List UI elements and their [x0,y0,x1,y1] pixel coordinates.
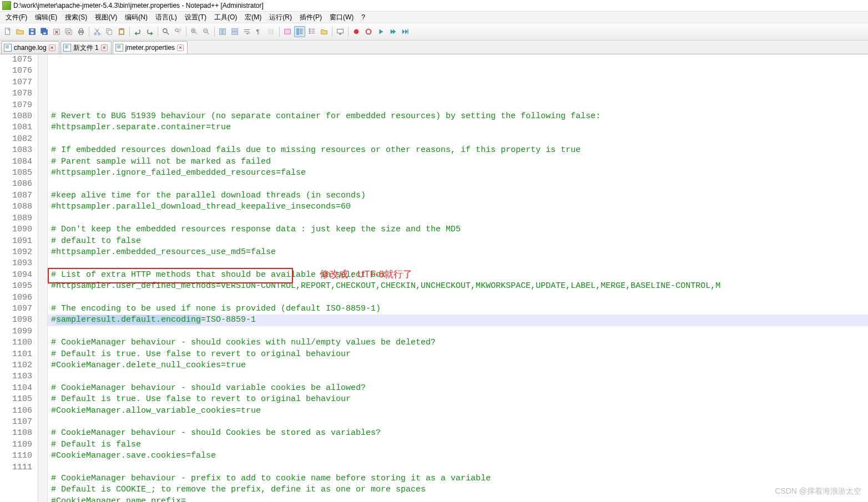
code-line[interactable]: # The encoding to be used if none is pro… [51,303,868,315]
code-line[interactable]: #httpsampler.separate.container=true [51,122,868,133]
close-icon[interactable] [51,26,62,37]
svg-rect-3 [31,29,33,31]
close-all-icon[interactable] [63,26,74,37]
menu-item[interactable]: 工具(O) [211,12,240,23]
code-line[interactable]: # CookieManager behaviour - prefix to ad… [51,473,868,484]
indent-guide-icon[interactable] [266,26,277,37]
code-line[interactable]: # Don't keep the embedded resources resp… [51,224,868,235]
code-line[interactable] [51,258,868,269]
stop-record-icon[interactable] [363,26,374,37]
code-line[interactable] [51,417,868,428]
code-line[interactable] [51,326,868,337]
code-line[interactable]: #CookieManager.name.prefix= [51,496,868,502]
svg-rect-24 [220,29,222,35]
title-bar: D:\work\jmeter\apache-jmeter-5.4.3\bin\j… [0,0,868,11]
document-tab[interactable]: 新文件 1× [60,41,112,54]
menu-bar: 文件(F)编辑(E)搜索(S)视图(V)编码(N)语言(L)设置(T)工具(O)… [0,11,868,23]
code-line[interactable]: # Default is COOKIE_; to remove the pref… [51,484,868,495]
code-line[interactable] [51,292,868,303]
new-file-icon[interactable] [2,26,13,37]
code-line[interactable]: #httpsampler.embedded_resources_use_md5=… [51,247,868,258]
editor-area[interactable]: 1075107610771078107910801081108210831084… [0,54,868,502]
svg-rect-29 [285,29,291,34]
play-icon[interactable] [375,26,386,37]
menu-item[interactable]: 宏(M) [241,12,265,23]
fast-forward-icon[interactable] [400,26,411,37]
code-line[interactable]: # Default is true. Use false to revert t… [51,349,868,360]
menu-item[interactable]: 视图(V) [92,12,120,23]
document-tab[interactable]: jmeter.properties× [113,41,188,54]
print-icon[interactable] [75,26,87,37]
code-line[interactable]: #CookieManager.save.cookies=false [51,450,868,462]
copy-icon[interactable] [104,26,115,37]
tab-close-icon[interactable]: × [49,44,55,51]
undo-icon[interactable] [132,26,143,37]
menu-item[interactable]: 文件(F) [2,12,31,23]
code-line[interactable]: #keep alive time for the parallel downlo… [51,190,868,201]
wrap-icon[interactable] [241,26,253,37]
sync-h-icon[interactable] [229,26,240,37]
code-line[interactable]: #httpsampler.parallel_download_thread_ke… [51,201,868,212]
tab-close-icon[interactable]: × [177,44,184,51]
code-line[interactable] [51,134,868,145]
show-chars-icon[interactable]: ¶ [254,26,265,37]
menu-item[interactable]: 插件(P) [296,12,325,23]
svg-rect-30 [297,29,299,35]
menu-item[interactable]: 设置(T) [181,12,210,23]
replace-icon[interactable] [173,26,184,37]
code-line[interactable]: #CookieManager.delete_null_cookies=true [51,360,868,371]
code-line[interactable]: #CookieManager.allow_variable_cookies=tr… [51,405,868,417]
play-multi-icon[interactable] [387,26,398,37]
save-all-icon[interactable] [39,26,50,37]
code-line[interactable]: # Default is false [51,439,868,450]
code-line[interactable] [51,213,868,224]
find-icon[interactable] [160,26,171,37]
code-line[interactable]: # CookieManager behaviour - should varia… [51,383,868,394]
menu-item[interactable]: 搜索(S) [62,12,90,23]
paste-icon[interactable] [116,26,127,37]
code-line[interactable]: # Parent sample will not be marked as fa… [51,156,868,168]
menu-item[interactable]: 窗口(W) [326,12,357,23]
redo-icon[interactable] [144,26,155,37]
document-tabs: change.log×新文件 1×jmeter.properties× [0,40,868,54]
code-line[interactable]: # Default is true. Use false to revert t… [51,394,868,405]
tab-close-icon[interactable]: × [101,44,108,51]
code-line[interactable] [51,371,868,382]
app-icon [2,1,11,10]
func-list-icon[interactable] [306,26,317,37]
zoom-out-icon[interactable] [201,26,212,37]
menu-item[interactable]: 编码(N) [122,12,151,23]
code-line[interactable]: # CookieManager behaviour - should Cooki… [51,428,868,439]
code-line[interactable] [51,462,868,473]
sync-v-icon[interactable] [217,26,228,37]
file-icon [63,44,71,52]
code-line[interactable]: # default to false [51,236,868,247]
code-line[interactable]: #sampleresult.default.encoding=ISO-8859-… [48,315,868,326]
record-icon[interactable] [351,26,362,37]
code-line[interactable]: #httpsampler.user_defined_methods=VERSIO… [51,281,868,292]
code-line[interactable] [51,179,868,190]
line-number-gutter: 1075107610771078107910801081108210831084… [0,54,38,502]
menu-item[interactable]: 编辑(E) [32,12,60,23]
menu-item[interactable]: ? [358,12,369,23]
code-content[interactable]: 修改成：UTF-8就行了 # Revert to BUG 51939 behav… [48,54,868,502]
monitor-icon[interactable] [335,26,346,37]
lang-icon[interactable] [282,26,293,37]
code-line[interactable]: # If embedded resources download fails d… [51,145,868,156]
code-line[interactable]: # List of extra HTTP methods that should… [51,270,868,281]
code-line[interactable]: # CookieManager behaviour - should cooki… [51,337,868,348]
menu-item[interactable]: 语言(L) [152,12,180,23]
menu-item[interactable]: 运行(R) [266,12,295,23]
code-line[interactable] [51,100,868,111]
open-file-icon[interactable] [14,26,26,37]
code-line[interactable]: #httpsampler.ignore_failed_embedded_reso… [51,168,868,179]
doc-map-icon[interactable] [294,26,305,37]
code-line[interactable]: # Revert to BUG 51939 behaviour (no sepa… [51,111,868,122]
save-icon[interactable] [27,26,38,37]
folder-tree-icon[interactable] [319,26,330,37]
document-tab[interactable]: change.log× [1,41,59,54]
toolbar-separator [348,27,349,37]
zoom-in-icon[interactable] [189,26,200,37]
fold-margin [38,54,48,502]
cut-icon[interactable] [92,26,103,37]
